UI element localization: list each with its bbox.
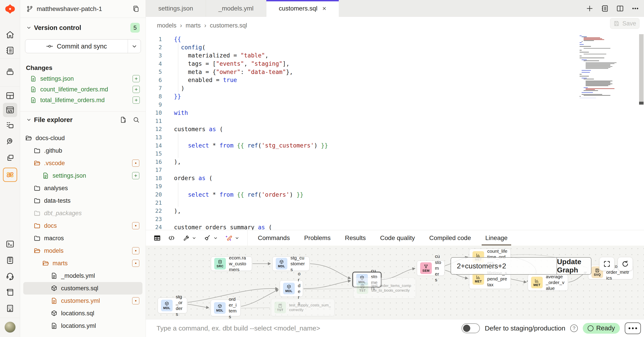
defer-help-icon[interactable]: ? <box>570 325 578 332</box>
commit-and-sync-button[interactable]: Commit and sync <box>25 39 141 53</box>
lineage-node-order-items[interactable]: MDLorder_items <box>211 300 240 316</box>
panel-tab-lineage[interactable]: Lineage <box>478 230 515 246</box>
branch-name[interactable]: matthewshaver-patch-1 <box>37 5 132 12</box>
breadcrumb-models[interactable]: models <box>157 22 176 29</box>
code-view-icon[interactable] <box>168 234 175 242</box>
file-tree-item-locations-sql[interactable]: locations.sql <box>23 307 142 320</box>
format-broom-icon[interactable] <box>204 234 218 242</box>
minimap[interactable] <box>580 35 618 98</box>
modified-indicator[interactable] <box>132 247 139 254</box>
panel-tab-commands[interactable]: Commands <box>251 230 297 246</box>
editor-tab-settings-json[interactable]: settings.json <box>146 0 206 17</box>
split-editor-icon[interactable] <box>616 5 624 12</box>
new-tab-icon[interactable] <box>586 5 594 12</box>
clipboard-icon[interactable] <box>3 253 17 267</box>
file-tree-item-docs[interactable]: docs <box>23 219 142 232</box>
dbt-logo[interactable] <box>5 4 15 14</box>
scrollbar-thumb[interactable] <box>639 34 644 102</box>
terminal-icon[interactable] <box>3 237 17 251</box>
modified-indicator[interactable] <box>132 160 139 167</box>
lineage-node-customers-semantic[interactable]: SEMcustomers <box>417 261 444 276</box>
command-input[interactable] <box>146 319 462 337</box>
file-tree-item-analyses[interactable]: analyses <box>23 182 142 194</box>
close-tab-icon[interactable]: × <box>322 5 326 12</box>
file-tree-item--vscode[interactable]: .vscode <box>23 157 142 169</box>
editor-scrollbar[interactable] <box>639 34 644 230</box>
lineage-node-ecom-raw-customers[interactable]: SRCecom.raw_customers <box>211 257 252 271</box>
ai-assistant-icon[interactable] <box>3 168 17 182</box>
modified-indicator[interactable] <box>132 297 139 304</box>
version-control-header[interactable]: Version control 5 <box>20 21 146 34</box>
file-tree-item-customers-yml[interactable]: customers.yml <box>23 295 142 307</box>
docs-book-icon[interactable] <box>3 285 17 300</box>
lineage-canvas[interactable]: SRCecom.raw_customersMDLstg_customersMDL… <box>146 246 644 319</box>
refresh-graph-button[interactable] <box>618 257 633 271</box>
environments-icon[interactable] <box>3 65 17 79</box>
file-tree-item-data-tests[interactable]: data-tests <box>23 194 142 207</box>
panel-tab-problems[interactable]: Problems <box>297 230 338 246</box>
dashboard-icon[interactable] <box>3 88 17 103</box>
model-cube-icon <box>50 310 58 317</box>
more-actions-icon[interactable] <box>632 5 639 12</box>
insights-icon[interactable] <box>3 134 17 148</box>
more-options-button[interactable] <box>625 323 641 334</box>
open-editors-icon[interactable] <box>601 5 609 12</box>
search-icon[interactable] <box>132 116 140 123</box>
lineage-node-test-supply-costs[interactable]: TSTtest_supply_costs_sum_correctly <box>271 299 334 316</box>
organization-icon[interactable] <box>3 301 17 316</box>
file-explorer-header[interactable]: File explorer <box>20 113 146 126</box>
editor-tab-customers-sql[interactable]: customers.sql× <box>266 0 339 17</box>
visual-editor-icon[interactable] <box>3 118 17 133</box>
editor-tab--models-yml[interactable]: _models.yml <box>206 0 266 17</box>
panel-tab-results[interactable]: Results <box>338 230 373 246</box>
fullscreen-button[interactable] <box>599 257 614 271</box>
changed-file-row[interactable]: settings.json+ <box>20 73 146 84</box>
copy-icon[interactable] <box>132 5 140 13</box>
changed-file-row[interactable]: total_lifetime_orders.md+ <box>20 95 146 105</box>
stage-file-button[interactable]: + <box>132 172 139 179</box>
stage-file-button[interactable]: + <box>132 96 140 104</box>
file-tree-item-customers-sql[interactable]: customers.sql <box>23 282 142 295</box>
breadcrumb-marts[interactable]: marts <box>186 22 201 29</box>
home-icon[interactable] <box>3 28 17 42</box>
update-graph-button[interactable]: Update Graph <box>556 258 591 274</box>
file-tree-item-locations-yml[interactable]: locations.yml <box>23 320 142 332</box>
build-tools-icon[interactable] <box>182 234 197 242</box>
commit-options-caret[interactable] <box>128 39 141 53</box>
windows-icon[interactable] <box>3 151 17 165</box>
lineage-node-stg-customers[interactable]: MDLstg_customers <box>272 257 310 271</box>
lineage-selector-input[interactable] <box>451 258 556 274</box>
code-editor-icon[interactable] <box>3 103 17 117</box>
defer-toggle[interactable] <box>462 323 480 333</box>
lineage-node-test-order-items[interactable]: TSTtest_order_items_compute_to_bools_cor… <box>353 278 416 299</box>
new-file-icon[interactable] <box>120 116 127 123</box>
file-tree-item-settings-json[interactable]: settings.json+ <box>23 169 142 182</box>
code-line: 23 <box>146 215 571 223</box>
file-tree-item-models[interactable]: models <box>23 245 142 257</box>
stage-file-button[interactable]: + <box>132 75 140 82</box>
stage-file-button[interactable]: + <box>132 86 140 93</box>
code-editor[interactable]: 1{{2 config(3 materialized = "table",4 t… <box>146 34 644 230</box>
modified-indicator[interactable] <box>132 260 139 267</box>
file-tree-item-macros[interactable]: macros <box>23 232 142 245</box>
lineage-node-stg-orders[interactable]: MDLstg_orders <box>158 298 187 313</box>
lineage-node-average-order-value[interactable]: METaverage_order_value <box>528 274 568 291</box>
breadcrumb-file[interactable]: customers.sql <box>210 22 247 29</box>
user-avatar[interactable] <box>4 322 16 333</box>
file-tree-item-docs-cloud[interactable]: docs-cloud <box>23 132 142 144</box>
panel-tab-code-quality[interactable]: Code quality <box>373 230 422 246</box>
file-tree-item-dbt-packages[interactable]: dbt_packages <box>23 207 142 219</box>
file-tree-item--models-yml[interactable]: _models.yml <box>23 270 142 282</box>
breadcrumb-bar: models › marts › customers.sql Save <box>146 17 644 34</box>
file-tree-item-marts[interactable]: marts <box>23 257 142 270</box>
file-tree-item--github[interactable]: .github <box>23 144 142 157</box>
notebook-icon[interactable] <box>3 43 17 58</box>
modified-indicator[interactable] <box>132 222 139 229</box>
results-table-icon[interactable] <box>154 234 161 242</box>
changed-file-row[interactable]: count_lifetime_orders.md+ <box>20 84 146 95</box>
ai-fix-wand-icon[interactable] <box>225 234 240 242</box>
lineage-node-orders[interactable]: MDLorders <box>280 280 303 297</box>
support-headset-icon[interactable] <box>3 269 17 283</box>
save-button[interactable]: Save <box>610 18 640 29</box>
panel-tab-compiled-code[interactable]: Compiled code <box>422 230 478 246</box>
